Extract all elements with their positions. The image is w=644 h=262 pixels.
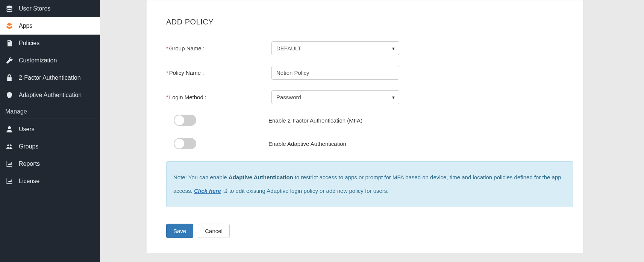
toggle-adaptive[interactable] xyxy=(174,138,196,149)
note-text-prefix: Note: You can enable xyxy=(173,174,229,180)
sidebar-item-label: Customization xyxy=(19,57,57,64)
content-area: ADD POLICY *Group Name : DEFAULT ▼ *Poli… xyxy=(100,0,644,262)
sidebar-item-policies[interactable]: Policies xyxy=(0,35,100,52)
sidebar-item-label: License xyxy=(19,178,39,185)
sidebar-item-label: Adaptive Authentication xyxy=(19,92,82,98)
sidebar-item-2fa[interactable]: 2-Factor Authentication xyxy=(0,69,100,86)
sidebar-item-label: User Stores xyxy=(19,5,50,12)
note-box: Note: You can enable Adaptive Authentica… xyxy=(166,161,573,207)
sidebar-item-label: Groups xyxy=(19,143,38,150)
sidebar-item-apps[interactable]: Apps xyxy=(0,17,100,35)
row-toggle-adaptive: Enable Adaptive Authentication xyxy=(166,138,573,149)
sidebar-item-label: 2-Factor Authentication xyxy=(19,74,81,81)
sidebar-item-license[interactable]: License xyxy=(0,173,100,190)
label-login-method: *Login Method : xyxy=(166,94,271,100)
row-login-method: *Login Method : Password ▼ xyxy=(166,90,573,104)
sidebar-item-label: Users xyxy=(19,126,35,133)
sidebar-item-groups[interactable]: Groups xyxy=(0,138,100,155)
toggle-knob xyxy=(174,139,184,148)
sidebar-item-adaptive-auth[interactable]: Adaptive Authentication xyxy=(0,86,100,104)
sidebar: User Stores Apps Policies Customization … xyxy=(0,0,100,262)
form-card: ADD POLICY *Group Name : DEFAULT ▼ *Poli… xyxy=(147,0,583,253)
external-link-icon xyxy=(223,189,228,194)
toggle-mfa[interactable] xyxy=(174,115,196,126)
row-group-name: *Group Name : DEFAULT ▼ xyxy=(166,41,573,55)
sidebar-item-users[interactable]: Users xyxy=(0,121,100,138)
note-text-suffix: to edit existing Adaptive login policy o… xyxy=(228,188,389,194)
note-bold: Adaptive Authentication xyxy=(229,174,293,180)
sidebar-item-reports[interactable]: Reports xyxy=(0,155,100,173)
page-title: ADD POLICY xyxy=(166,18,573,26)
sidebar-item-label: Reports xyxy=(19,161,40,167)
row-policy-name: *Policy Name : xyxy=(166,66,573,80)
shield-icon xyxy=(5,91,14,99)
chart-icon xyxy=(5,177,14,185)
sidebar-item-user-stores[interactable]: User Stores xyxy=(0,0,100,17)
database-icon xyxy=(5,5,14,13)
label-toggle-mfa: Enable 2-Factor Authentication (MFA) xyxy=(268,117,362,124)
sidebar-item-label: Apps xyxy=(19,23,32,29)
select-group-name[interactable]: DEFAULT xyxy=(271,41,399,55)
label-policy-name: *Policy Name : xyxy=(166,70,271,76)
note-link[interactable]: Click here xyxy=(194,188,221,194)
document-icon xyxy=(5,39,14,47)
wrench-icon xyxy=(5,56,14,65)
lock-icon xyxy=(5,74,14,82)
box-icon xyxy=(5,22,14,30)
chart-icon xyxy=(5,160,14,168)
row-toggle-mfa: Enable 2-Factor Authentication (MFA) xyxy=(166,115,573,126)
label-group-name: *Group Name : xyxy=(166,45,271,51)
user-icon xyxy=(5,125,14,133)
button-row: Save Cancel xyxy=(166,224,573,238)
sidebar-item-label: Policies xyxy=(19,40,39,47)
cancel-button[interactable]: Cancel xyxy=(198,224,230,238)
input-policy-name[interactable] xyxy=(271,66,399,80)
toggle-knob xyxy=(174,115,184,125)
sidebar-item-customization[interactable]: Customization xyxy=(0,52,100,69)
select-login-method[interactable]: Password xyxy=(271,90,399,104)
save-button[interactable]: Save xyxy=(166,224,193,238)
label-toggle-adaptive: Enable Adaptive Authentication xyxy=(268,141,346,147)
sidebar-section-header: Manage xyxy=(0,104,100,118)
group-icon xyxy=(5,142,14,151)
sidebar-divider xyxy=(5,118,95,118)
